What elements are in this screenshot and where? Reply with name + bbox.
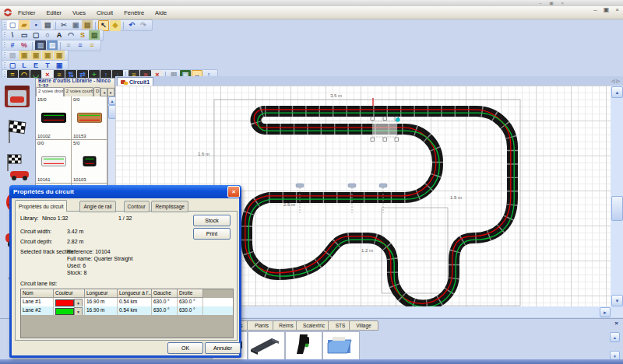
toolbar-separator [60, 42, 61, 50]
library-panel-title[interactable]: Barre d'outils Librairie - Ninco 1:32 [36, 79, 114, 87]
column-header[interactable]: Gauche [152, 289, 178, 298]
stock-button[interactable]: Stock [193, 215, 231, 226]
parent-window-controls[interactable]: – ▣ × [539, 0, 567, 5]
column-header[interactable]: Longueur [85, 289, 118, 298]
lane-cell-name: Lane #1 [21, 298, 54, 306]
dialog-tab-3[interactable]: Contour [124, 201, 150, 212]
selected-stock: Stock: 8 [67, 270, 86, 275]
lane-cell-gauche: 630.0 ° [152, 298, 178, 306]
column-header[interactable]: Nom [21, 289, 54, 298]
dialog-tab-2[interactable]: Angle de rail [79, 201, 115, 212]
canvas-vscrollbar[interactable]: ▲ ▼ [611, 86, 623, 306]
canvas-scroll-down-icon[interactable]: ▼ [611, 295, 623, 306]
lane-cell-droite: 630.0 ° [178, 306, 203, 315]
accessory-ramp[interactable] [248, 331, 285, 361]
restore-icon[interactable]: ▣ [604, 6, 610, 13]
mdi-window-controls[interactable]: – ▣ × [593, 6, 619, 13]
selected-fullname: Full name: Quarter Straight [67, 256, 132, 261]
canvas-vscroll-thumb[interactable] [611, 196, 623, 221]
lane-cell-longueur_echelle: 0.54 km [118, 298, 152, 306]
library-piece-10153[interactable]: 0/010153 [72, 96, 107, 140]
library-piece-10161[interactable]: 0/010161 [36, 140, 72, 184]
close-icon[interactable]: × [615, 6, 619, 13]
lane-row-1[interactable]: Lane #1▼16.90 m0.54 km630.0 °630.0 ° [21, 298, 233, 306]
accessory-scroll-up-icon[interactable]: ▲ [610, 332, 620, 342]
minimize-icon[interactable]: – [593, 6, 597, 13]
ok-button[interactable]: OK [167, 342, 203, 354]
dim-u-left: 1.2 m [361, 248, 373, 253]
redo-icon[interactable]: ↷ [138, 20, 149, 31]
garage-mode-icon[interactable] [2, 81, 32, 110]
dialog-tab-1[interactable]: Propriétés du circuit [15, 200, 67, 212]
accessory-controller[interactable] [285, 331, 322, 361]
selected-reference: Reference: 10104 [67, 249, 111, 254]
library-tab-1[interactable]: 2 voies droites [36, 87, 64, 96]
toolbar-separator [123, 22, 124, 30]
menu-vues[interactable]: Vues [67, 6, 91, 19]
menu-editer[interactable]: Editer [41, 6, 68, 19]
dim-u-height: 1.5 m [450, 195, 462, 200]
accessory-tab-scalextric[interactable]: Scalextric [296, 320, 332, 331]
lane-cell-longueur: 16.90 m [85, 298, 118, 306]
lane-color-dropdown-icon[interactable]: ▼ [74, 299, 83, 306]
menu-fichier[interactable]: Fichier [12, 6, 41, 19]
lane-cell-longueur: 16.90 m [85, 306, 118, 315]
dialog-titlebar[interactable]: Propriétés du circuit × [9, 185, 241, 198]
piece-id: 10102 [37, 134, 51, 138]
ramp-icon [248, 346, 281, 359]
menu-fenêtre[interactable]: Fenêtre [118, 6, 150, 19]
library-piece-10102[interactable]: 15/010102 [36, 96, 72, 140]
menu-bar: FichierEditerVuesCircuitFenêtreAide [0, 6, 623, 19]
library-tab-2[interactable]: 2 voies courbes [64, 87, 93, 96]
menu-aide[interactable]: Aide [150, 6, 172, 19]
lane-cell-color: ▼ [54, 306, 85, 315]
piece-count: 15/0 [37, 97, 47, 102]
library-tab-3[interactable]: D [93, 87, 100, 96]
print-button[interactable]: Print [193, 228, 231, 240]
accessory-folder[interactable] [322, 331, 360, 361]
piece-count: 0/0 [73, 97, 79, 102]
dim-width-top: 3.5 m [330, 93, 342, 98]
toolbar-separator [95, 22, 96, 30]
parent-window-titlebar: – ▣ × [0, 0, 623, 6]
library-label: Library: [20, 215, 38, 221]
tab-scroll-arrows[interactable]: ◁ ▷ [611, 78, 620, 83]
menu-circuit[interactable]: Circuit [91, 6, 118, 19]
fill-bucket-icon[interactable]: ◆ [110, 20, 121, 31]
accessory-panel-close-icon[interactable]: × [614, 320, 618, 327]
dialog-close-icon[interactable]: × [227, 186, 240, 198]
dialog-title: Propriétés du circuit [13, 188, 74, 195]
library-tabs-next-icon[interactable]: ► [107, 88, 114, 96]
align-colors-icon[interactable]: ≡ [86, 40, 97, 51]
lane-row-2[interactable]: Lane #2▼16.90 m0.54 km630.0 °630.0 ° [21, 306, 233, 315]
column-header[interactable]: Droite [178, 289, 203, 298]
canvas-scroll-up-icon[interactable]: ▲ [611, 86, 623, 98]
selected-used: Used: 6 [67, 263, 86, 268]
undo-icon[interactable]: ↶ [126, 20, 137, 31]
cancel-button[interactable]: Annuler [205, 342, 241, 354]
column-header[interactable]: Couleur [54, 289, 85, 298]
circuit-depth-value: 2.82 m [67, 239, 83, 244]
library-tabs-prev-icon[interactable]: ◄ [100, 88, 107, 96]
rotation-handle[interactable] [396, 118, 400, 122]
race-flag-icon[interactable] [2, 117, 32, 146]
lane-cell-name: Lane #2 [21, 306, 54, 315]
align-center-icon[interactable]: ≡ [75, 40, 86, 51]
lane-cell-droite: 630.0 ° [178, 298, 203, 306]
selected-track-piece[interactable] [371, 98, 399, 142]
library-piece-10103[interactable]: 5/010103 [72, 140, 107, 184]
column-header[interactable]: Longueur à l'... [118, 289, 152, 298]
page-indicator: 1 / 32 [118, 215, 132, 221]
piece-count: 5/0 [73, 141, 79, 145]
race-start-icon[interactable] [2, 152, 32, 182]
lane-cell-color: ▼ [54, 298, 85, 306]
application-window: { "window": { "menu_items": ["Fichier","… [0, 0, 623, 364]
piece-id: 10153 [73, 134, 86, 138]
scrollbar-corner [611, 306, 623, 317]
lane-table: NomCouleurLongueurLongueur à l'...Gauche… [20, 289, 234, 338]
dialog-tab-4[interactable]: Remplissage [151, 201, 188, 212]
canvas-scroll-right-icon[interactable]: ► [600, 307, 611, 317]
toolbar-separator [55, 22, 56, 30]
lane-color-dropdown-icon[interactable]: ▼ [74, 307, 83, 315]
accessory-tab-village[interactable]: Village [349, 320, 378, 331]
